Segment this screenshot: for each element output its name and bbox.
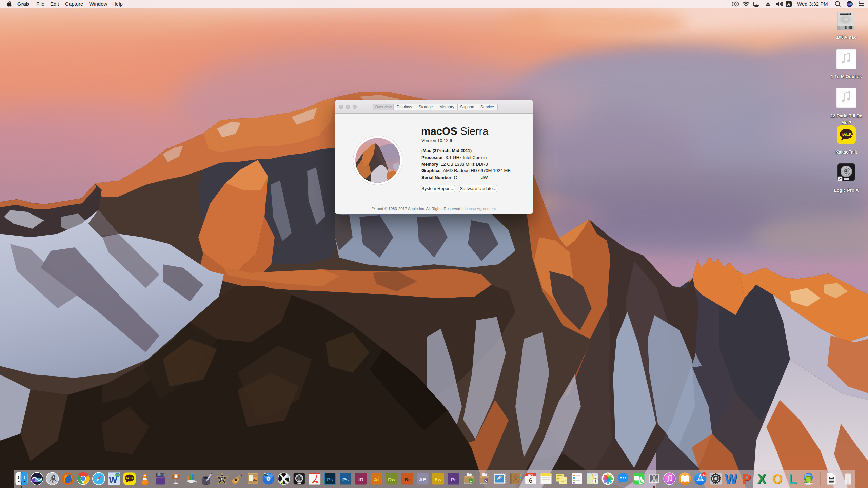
svg-text:Dw: Dw: [388, 476, 396, 482]
svg-text:NOV: NOV: [528, 474, 533, 476]
svg-text:ID: ID: [358, 476, 363, 482]
svg-text:Fw: Fw: [435, 476, 442, 482]
svg-text:Ps: Ps: [342, 476, 349, 482]
svg-text:A: A: [787, 2, 790, 7]
svg-text:6: 6: [529, 477, 532, 484]
svg-text:TALK: TALK: [125, 476, 134, 480]
svg-text:L: L: [789, 472, 796, 486]
svg-text:P: P: [742, 472, 750, 486]
svg-text:Pr: Pr: [451, 476, 456, 482]
svg-text:G: G: [470, 479, 472, 482]
svg-text:G: G: [485, 479, 487, 482]
svg-text:Ai: Ai: [374, 476, 379, 482]
svg-text:X: X: [757, 472, 766, 486]
svg-text:W: W: [725, 472, 737, 486]
svg-text:O: O: [772, 472, 782, 486]
svg-text:AE: AE: [419, 476, 426, 482]
svg-text:Br: Br: [405, 476, 410, 482]
svg-text:Ps: Ps: [327, 476, 333, 482]
svg-text:13: 13: [703, 473, 706, 476]
